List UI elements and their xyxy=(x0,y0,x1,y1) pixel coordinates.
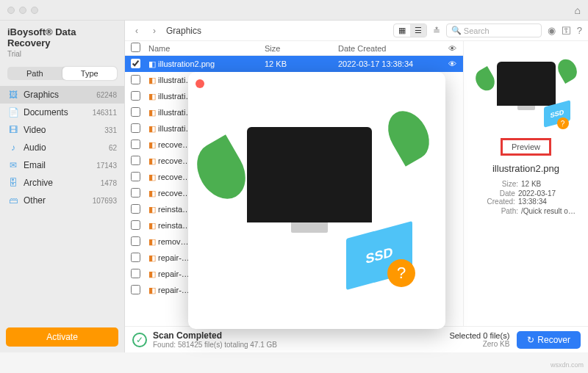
row-checkbox[interactable] xyxy=(131,140,140,149)
category-label: Other xyxy=(24,195,93,206)
camera-icon[interactable]: ◉ xyxy=(548,25,556,36)
popover-image: SSD ? xyxy=(214,120,420,281)
quicklook-popover[interactable]: SSD ? xyxy=(188,72,445,329)
file-size: 12 KB xyxy=(265,59,338,68)
close-dot[interactable] xyxy=(7,7,15,14)
preview-button[interactable]: Preview xyxy=(501,138,551,156)
category-count: 17143 xyxy=(96,162,117,170)
breadcrumb: Graphics xyxy=(166,26,201,36)
col-size[interactable]: Size xyxy=(265,44,338,53)
sidebar-item-audio[interactable]: ♪Audio62 xyxy=(0,139,124,156)
category-icon: 🗄 xyxy=(7,178,19,188)
popover-close-icon[interactable] xyxy=(196,79,204,88)
category-icon: ✉ xyxy=(7,160,19,170)
scan-complete-icon: ✓ xyxy=(132,333,147,347)
row-checkbox[interactable] xyxy=(131,269,140,278)
window-controls[interactable] xyxy=(7,7,38,14)
row-checkbox[interactable] xyxy=(131,91,140,101)
nav-back-icon[interactable]: ‹ xyxy=(131,26,143,36)
selection-summary: Selected 0 file(s) Zero KB xyxy=(449,331,509,348)
watermark: wsxdn.com xyxy=(551,361,584,369)
row-checkbox[interactable] xyxy=(131,75,140,84)
activate-button[interactable]: Activate xyxy=(6,327,118,347)
sidebar-item-graphics[interactable]: 🖼Graphics62248 xyxy=(0,86,124,104)
category-icon: 🎞 xyxy=(7,125,19,135)
file-date: 2022-03-17 13:38:34 xyxy=(338,59,441,68)
search-icon: 🔍 xyxy=(451,26,462,35)
recover-button[interactable]: ↻ Recover xyxy=(517,331,581,349)
category-icon: 📄 xyxy=(7,107,19,117)
col-preview-icon: 👁 xyxy=(441,44,463,53)
recover-icon: ↻ xyxy=(527,335,534,345)
nav-forward-icon[interactable]: › xyxy=(148,26,160,36)
key-icon[interactable]: ⚿ xyxy=(562,25,571,36)
preview-meta: Size:12 KB Date Created:2022-03-17 13:38… xyxy=(470,180,582,217)
scan-status: Scan Completed Found: 581425 file(s) tot… xyxy=(153,330,277,349)
category-icon: 🖼 xyxy=(7,90,19,100)
search-input[interactable]: 🔍 Search xyxy=(446,23,542,37)
category-label: Archive xyxy=(24,178,101,188)
file-name: ◧ illustration2.png xyxy=(146,59,265,69)
seg-type[interactable]: Type xyxy=(62,67,118,80)
sidebar-item-email[interactable]: ✉Email17143 xyxy=(0,156,124,174)
sidebar-item-other[interactable]: 🗃Other107693 xyxy=(0,192,124,209)
row-checkbox[interactable] xyxy=(131,188,140,198)
row-checkbox[interactable] xyxy=(131,59,140,68)
category-label: Audio xyxy=(24,142,109,153)
category-icon: 🗃 xyxy=(7,195,19,206)
category-label: Documents xyxy=(24,107,93,117)
help-icon[interactable]: ? xyxy=(577,25,582,36)
grid-view-icon[interactable]: ▦ xyxy=(394,24,410,37)
category-count: 62 xyxy=(109,144,117,152)
row-checkbox[interactable] xyxy=(131,253,140,262)
category-count: 331 xyxy=(104,126,117,134)
category-count: 107693 xyxy=(93,197,117,205)
col-name[interactable]: Name xyxy=(146,44,265,53)
row-checkbox[interactable] xyxy=(131,123,140,133)
app-title: iBoysoft® Data Recovery xyxy=(0,21,124,50)
min-dot[interactable] xyxy=(19,7,26,14)
table-row[interactable]: ◧ illustration2.png12 KB2022-03-17 13:38… xyxy=(125,56,463,72)
path-type-segment[interactable]: Path Type xyxy=(7,67,117,80)
seg-path[interactable]: Path xyxy=(7,67,62,80)
row-checkbox[interactable] xyxy=(131,236,140,246)
filter-icon[interactable]: ≛ xyxy=(433,26,440,36)
sidebar-item-documents[interactable]: 📄Documents146311 xyxy=(0,104,124,121)
category-label: Video xyxy=(24,125,104,135)
category-label: Email xyxy=(24,160,96,170)
view-mode-segment[interactable]: ▦ ☰ xyxy=(393,23,427,37)
sidebar-item-video[interactable]: 🎞Video331 xyxy=(0,121,124,139)
category-label: Graphics xyxy=(24,90,96,100)
home-icon[interactable]: ⌂ xyxy=(575,4,581,16)
col-date[interactable]: Date Created xyxy=(338,44,441,53)
category-count: 146311 xyxy=(93,109,117,117)
row-checkbox[interactable] xyxy=(131,107,140,117)
max-dot[interactable] xyxy=(31,7,38,14)
preview-thumbnail: SSD ? xyxy=(482,62,570,128)
preview-eye-icon[interactable]: 👁 xyxy=(441,59,463,68)
row-checkbox[interactable] xyxy=(131,156,140,165)
sidebar-item-archive[interactable]: 🗄Archive1478 xyxy=(0,174,124,192)
category-count: 1478 xyxy=(101,179,117,187)
category-count: 62248 xyxy=(96,91,117,99)
row-checkbox[interactable] xyxy=(131,220,140,230)
category-icon: ♪ xyxy=(7,142,19,153)
row-checkbox[interactable] xyxy=(131,172,140,181)
select-all-checkbox[interactable] xyxy=(131,43,140,52)
list-view-icon[interactable]: ☰ xyxy=(410,24,426,37)
edition-label: Trial xyxy=(0,50,124,64)
row-checkbox[interactable] xyxy=(131,204,140,214)
row-checkbox[interactable] xyxy=(131,285,140,294)
preview-filename: illustration2.png xyxy=(492,163,559,174)
